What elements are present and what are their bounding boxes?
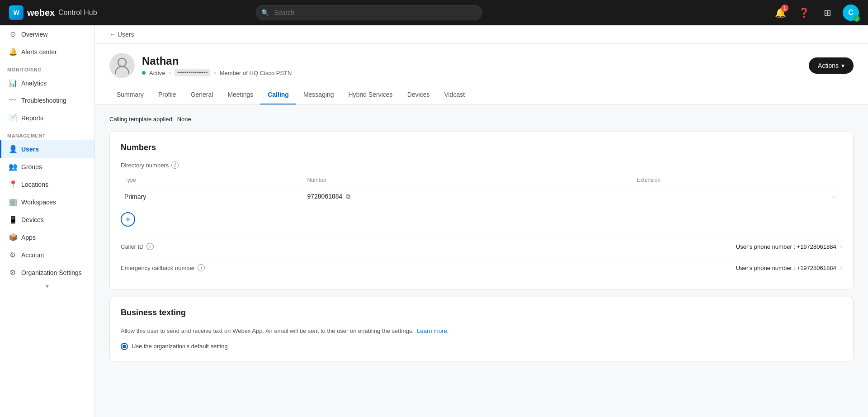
sidebar-item-label: Troubleshooting bbox=[21, 97, 66, 104]
business-texting-card: Business texting Allow this user to send… bbox=[109, 297, 854, 361]
tab-vidcast[interactable]: Vidcast bbox=[437, 85, 472, 104]
tab-hybrid-services[interactable]: Hybrid Services bbox=[341, 85, 400, 104]
template-none: None bbox=[177, 116, 191, 123]
breadcrumb-parent: Users bbox=[118, 31, 134, 38]
search-input[interactable] bbox=[256, 5, 482, 20]
user-email-redacted: •••••••••••••••• bbox=[175, 69, 210, 76]
breadcrumb-bar: ← Users bbox=[95, 25, 868, 44]
actions-button[interactable]: Actions ▾ bbox=[809, 57, 854, 74]
alerts-icon: 🔔 bbox=[9, 47, 17, 56]
avatar-status-badge: ✓ bbox=[854, 15, 860, 22]
tab-messaging[interactable]: Messaging bbox=[296, 85, 341, 104]
user-info: Nathan Active • •••••••••••••••• • Membe… bbox=[109, 53, 292, 78]
topnav-actions: 🔔 1 ❓ ⊞ C ✓ bbox=[772, 5, 859, 21]
directory-numbers-label: Directory numbers i bbox=[121, 161, 842, 169]
sidebar-item-label: Analytics bbox=[21, 80, 47, 87]
caller-id-row[interactable]: Caller ID i User's phone number : +19728… bbox=[121, 236, 842, 257]
sidebar-item-label: Alerts center bbox=[21, 48, 57, 56]
svg-point-0 bbox=[118, 58, 126, 66]
sidebar-item-reports[interactable]: 📄 Reports bbox=[0, 109, 94, 127]
user-membership: Member of HQ Cisco PSTN bbox=[220, 70, 292, 76]
emergency-callback-label: Emergency callback number i bbox=[121, 264, 205, 271]
emergency-callback-info-icon[interactable]: i bbox=[198, 264, 205, 271]
groups-icon: 👥 bbox=[9, 162, 17, 171]
sidebar-item-users[interactable]: 👤 Users bbox=[0, 140, 94, 158]
help-button[interactable]: ❓ bbox=[796, 5, 812, 21]
back-icon: ← bbox=[109, 31, 116, 38]
user-profile-header: Nathan Active • •••••••••••••••• • Membe… bbox=[95, 44, 868, 105]
numbers-card: Numbers Directory numbers i Type Number … bbox=[109, 132, 854, 289]
tab-calling[interactable]: Calling bbox=[260, 85, 296, 104]
back-button[interactable]: ← Users bbox=[109, 31, 134, 38]
add-number-button[interactable]: + bbox=[121, 212, 135, 227]
sidebar-item-locations[interactable]: 📍 Locations bbox=[0, 175, 94, 193]
sidebar-item-label: Reports bbox=[21, 114, 43, 122]
emergency-callback-row[interactable]: Emergency callback number i User's phone… bbox=[121, 257, 842, 278]
sidebar-item-label: Organization Settings bbox=[21, 269, 82, 276]
tab-meetings[interactable]: Meetings bbox=[220, 85, 260, 104]
business-texting-description: Allow this user to send and receive text… bbox=[121, 327, 842, 336]
user-status: Active bbox=[149, 70, 165, 76]
calling-template-info: Calling template applied: Numbers None bbox=[109, 116, 854, 123]
sidebar-item-overview[interactable]: ⊙ Overview bbox=[0, 25, 94, 43]
radio-button[interactable] bbox=[121, 343, 128, 350]
top-navigation: W webex Control Hub 🔍 🔔 1 ❓ ⊞ C ✓ bbox=[0, 0, 868, 25]
monitoring-section-label: MONITORING bbox=[0, 61, 94, 74]
business-texting-title: Business texting bbox=[121, 308, 842, 317]
sidebar-item-label: Devices bbox=[21, 216, 44, 223]
overview-icon: ⊙ bbox=[9, 30, 17, 38]
notifications-button[interactable]: 🔔 1 bbox=[772, 5, 788, 21]
app-subtitle: Control Hub bbox=[58, 9, 97, 17]
sidebar-item-workspaces[interactable]: 🏢 Workspaces bbox=[0, 193, 94, 211]
col-number: Number bbox=[303, 174, 633, 186]
table-row: Primary 9728061884 ⧉ › bbox=[121, 186, 842, 207]
col-extension: Extension bbox=[633, 174, 829, 186]
apps-button[interactable]: ⊞ bbox=[819, 5, 835, 21]
sidebar-item-label: Groups bbox=[21, 163, 42, 171]
sidebar-item-label: Workspaces bbox=[21, 199, 56, 206]
sidebar-item-org-settings[interactable]: ⚙ Organization Settings bbox=[0, 264, 94, 281]
emergency-callback-value: User's phone number : +19728061884 › bbox=[736, 264, 842, 272]
sidebar-item-groups[interactable]: 👥 Groups bbox=[0, 158, 94, 175]
account-icon: ⚙ bbox=[9, 251, 17, 259]
devices-icon: 📱 bbox=[9, 215, 17, 224]
user-name: Nathan bbox=[142, 55, 292, 67]
troubleshooting-icon: 〰 bbox=[9, 96, 17, 104]
org-settings-icon: ⚙ bbox=[9, 268, 17, 277]
learn-more-link[interactable]: Learn more. bbox=[417, 327, 448, 334]
workspaces-icon: 🏢 bbox=[9, 198, 17, 206]
sidebar-item-label: Account bbox=[21, 251, 44, 259]
notification-badge: 1 bbox=[781, 5, 788, 12]
sidebar-item-label: Apps bbox=[21, 234, 36, 241]
template-label: Calling template applied: bbox=[109, 116, 174, 123]
sidebar-item-troubleshooting[interactable]: 〰 Troubleshooting bbox=[0, 92, 94, 109]
sidebar-item-alerts[interactable]: 🔔 Alerts center bbox=[0, 43, 94, 61]
caller-id-arrow: › bbox=[840, 242, 842, 251]
caller-id-info-icon[interactable]: i bbox=[146, 243, 154, 250]
copy-number-button[interactable]: ⧉ bbox=[344, 192, 352, 201]
sidebar-scroll-down[interactable]: ▼ bbox=[0, 281, 94, 291]
apps-icon: 📦 bbox=[9, 233, 17, 242]
app-name: webex bbox=[27, 8, 55, 18]
tab-general[interactable]: General bbox=[184, 85, 221, 104]
tab-summary[interactable]: Summary bbox=[109, 85, 151, 104]
row-arrow: › bbox=[829, 186, 842, 207]
sidebar: ⊙ Overview 🔔 Alerts center MONITORING 📊 … bbox=[0, 25, 95, 417]
directory-numbers-info-icon[interactable]: i bbox=[171, 161, 179, 169]
sidebar-item-analytics[interactable]: 📊 Analytics bbox=[0, 74, 94, 92]
calling-content: Calling template applied: Numbers None N… bbox=[95, 105, 868, 372]
user-avatar bbox=[109, 53, 135, 78]
emergency-callback-arrow: › bbox=[840, 264, 842, 272]
caller-id-label: Caller ID i bbox=[121, 243, 154, 250]
numbers-table: Type Number Extension Primary 9728061884… bbox=[121, 174, 842, 207]
sidebar-item-apps[interactable]: 📦 Apps bbox=[0, 228, 94, 246]
management-section-label: MANAGEMENT bbox=[0, 127, 94, 140]
tab-profile[interactable]: Profile bbox=[151, 85, 184, 104]
default-setting-radio[interactable]: Use the organization's default setting bbox=[121, 343, 842, 350]
sidebar-item-account[interactable]: ⚙ Account bbox=[0, 246, 94, 264]
tabs-row: Summary Profile General Meetings Calling… bbox=[109, 85, 854, 104]
tab-devices[interactable]: Devices bbox=[400, 85, 437, 104]
locations-icon: 📍 bbox=[9, 180, 17, 189]
sidebar-item-devices[interactable]: 📱 Devices bbox=[0, 211, 94, 228]
reports-icon: 📄 bbox=[9, 114, 17, 122]
